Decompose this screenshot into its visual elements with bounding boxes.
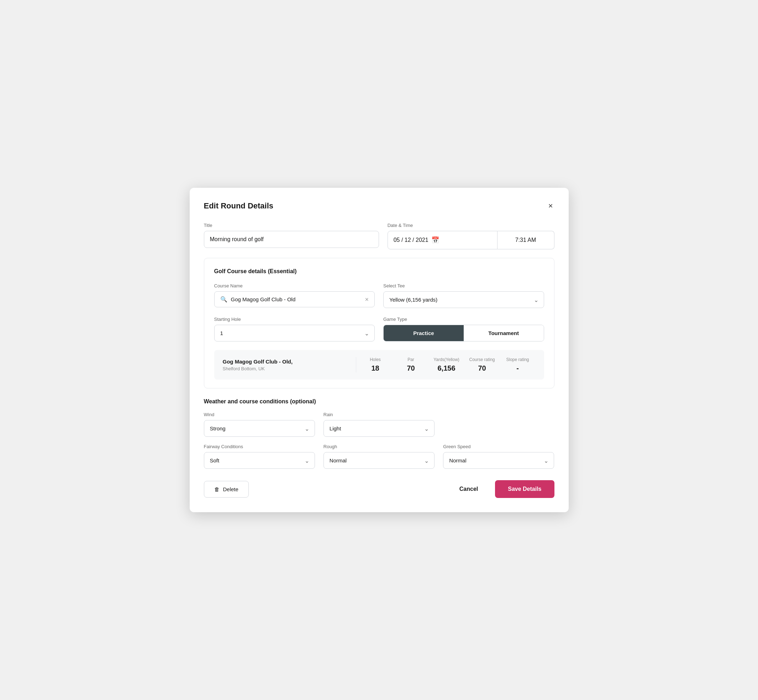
select-tee-group: Select Tee Yellow (6,156 yards) White Re…: [383, 283, 544, 308]
wind-dropdown[interactable]: CalmLightModerateStrongVery Strong: [204, 420, 315, 437]
fairway-rough-green-row: Fairway Conditions SoftNormalFirmVery Fi…: [204, 444, 554, 469]
par-label: Par: [407, 357, 414, 362]
holes-value: 18: [371, 364, 379, 372]
rain-dropdown[interactable]: NoneLightModerateHeavy: [324, 420, 434, 437]
wind-label: Wind: [204, 412, 315, 417]
course-name-label: Course Name: [214, 283, 375, 289]
game-type-label: Game Type: [383, 317, 544, 322]
par-value: 70: [407, 364, 415, 372]
golf-course-section: Golf Course details (Essential) Course N…: [204, 258, 554, 388]
calendar-icon: 📅: [431, 236, 439, 244]
modal-header: Edit Round Details ×: [204, 201, 554, 211]
rain-select-wrap: NoneLightModerateHeavy ⌄: [324, 420, 434, 437]
fairway-label: Fairway Conditions: [204, 444, 315, 449]
clear-course-button[interactable]: ×: [365, 296, 369, 303]
fairway-select-wrap: SoftNormalFirmVery Firm ⌄: [204, 452, 315, 469]
starting-hole-group: Starting Hole 1234 5678 910 ⌄: [214, 317, 375, 341]
modal-title: Edit Round Details: [204, 201, 274, 211]
weather-section: Weather and course conditions (optional)…: [204, 398, 554, 469]
title-datetime-row: Title Date & Time 05 / 12 / 2021 📅 7:31 …: [204, 223, 554, 249]
course-info-name-text: Gog Magog Golf Club - Old,: [223, 359, 354, 364]
delete-button[interactable]: 🗑 Delete: [204, 481, 249, 498]
rough-dropdown[interactable]: ShortNormalLongVery Long: [324, 452, 434, 469]
practice-toggle[interactable]: Practice: [384, 325, 464, 341]
course-info-location: Shelford Bottom, UK: [223, 366, 354, 371]
green-speed-dropdown[interactable]: SlowNormalFastVery Fast: [443, 452, 554, 469]
game-type-group: Game Type Practice Tournament: [383, 317, 544, 341]
delete-label: Delete: [223, 486, 238, 492]
starting-hole-dropdown[interactable]: 1234 5678 910: [214, 325, 375, 341]
wind-rain-row: Wind CalmLightModerateStrongVery Strong …: [204, 412, 554, 437]
tournament-toggle[interactable]: Tournament: [464, 325, 544, 341]
starting-hole-wrap: 1234 5678 910 ⌄: [214, 325, 375, 341]
edit-round-modal: Edit Round Details × Title Date & Time 0…: [190, 188, 568, 512]
wind-select-wrap: CalmLightModerateStrongVery Strong ⌄: [204, 420, 315, 437]
course-info-name: Gog Magog Golf Club - Old, Shelford Bott…: [223, 359, 354, 371]
datetime-group: Date & Time 05 / 12 / 2021 📅 7:31 AM: [388, 223, 554, 249]
select-tee-label: Select Tee: [383, 283, 544, 289]
select-tee-wrap: Yellow (6,156 yards) White Red Blue ⌄: [383, 291, 544, 308]
yards-stat: Yards(Yellow) 6,156: [429, 357, 464, 372]
wind-group: Wind CalmLightModerateStrongVery Strong …: [204, 412, 315, 437]
weather-section-title: Weather and course conditions (optional): [204, 398, 554, 405]
green-speed-select-wrap: SlowNormalFastVery Fast ⌄: [443, 452, 554, 469]
title-group: Title: [204, 223, 379, 249]
par-stat: Par 70: [393, 357, 429, 372]
green-speed-label: Green Speed: [443, 444, 554, 449]
green-speed-group: Green Speed SlowNormalFastVery Fast ⌄: [443, 444, 554, 469]
yards-value: 6,156: [437, 364, 455, 372]
select-tee-dropdown[interactable]: Yellow (6,156 yards) White Red Blue: [383, 291, 544, 308]
slope-rating-value: -: [516, 364, 519, 372]
rough-select-wrap: ShortNormalLongVery Long ⌄: [324, 452, 434, 469]
fairway-dropdown[interactable]: SoftNormalFirmVery Firm: [204, 452, 315, 469]
rain-group: Rain NoneLightModerateHeavy ⌄: [324, 412, 434, 437]
golf-section-title: Golf Course details (Essential): [214, 268, 544, 275]
search-icon: 🔍: [220, 296, 227, 303]
hole-gametype-row: Starting Hole 1234 5678 910 ⌄ Game Type …: [214, 317, 544, 341]
game-type-toggle: Practice Tournament: [383, 325, 544, 341]
rain-label: Rain: [324, 412, 434, 417]
divider: [356, 357, 356, 372]
trash-icon: 🗑: [214, 486, 219, 492]
cancel-button[interactable]: Cancel: [452, 481, 485, 497]
title-label: Title: [204, 223, 379, 228]
date-value: 05 / 12 / 2021: [393, 237, 429, 243]
rough-label: Rough: [324, 444, 434, 449]
course-tee-row: Course Name 🔍 × Select Tee Yellow (6,156…: [214, 283, 544, 308]
rough-group: Rough ShortNormalLongVery Long ⌄: [324, 444, 434, 469]
slope-rating-label: Slope rating: [506, 357, 529, 362]
holes-stat: Holes 18: [358, 357, 393, 372]
course-rating-label: Course rating: [469, 357, 495, 362]
course-rating-stat: Course rating 70: [464, 357, 500, 372]
time-value: 7:31 AM: [515, 237, 536, 243]
close-button[interactable]: ×: [547, 201, 554, 211]
course-info-box: Gog Magog Golf Club - Old, Shelford Bott…: [214, 350, 544, 380]
course-rating-value: 70: [478, 364, 486, 372]
footer-right: Cancel Save Details: [452, 480, 554, 498]
starting-hole-label: Starting Hole: [214, 317, 375, 322]
footer-row: 🗑 Delete Cancel Save Details: [204, 480, 554, 498]
slope-rating-stat: Slope rating -: [500, 357, 536, 372]
course-name-group: Course Name 🔍 ×: [214, 283, 375, 308]
datetime-label: Date & Time: [388, 223, 554, 228]
course-name-search[interactable]: 🔍 ×: [214, 291, 375, 307]
course-name-input[interactable]: [231, 296, 362, 302]
title-input[interactable]: [204, 231, 379, 248]
date-input[interactable]: 05 / 12 / 2021 📅: [388, 231, 498, 249]
save-button[interactable]: Save Details: [495, 480, 554, 498]
time-input[interactable]: 7:31 AM: [498, 231, 554, 249]
yards-label: Yards(Yellow): [434, 357, 459, 362]
date-time-inputs: 05 / 12 / 2021 📅 7:31 AM: [388, 231, 554, 249]
fairway-group: Fairway Conditions SoftNormalFirmVery Fi…: [204, 444, 315, 469]
holes-label: Holes: [370, 357, 381, 362]
